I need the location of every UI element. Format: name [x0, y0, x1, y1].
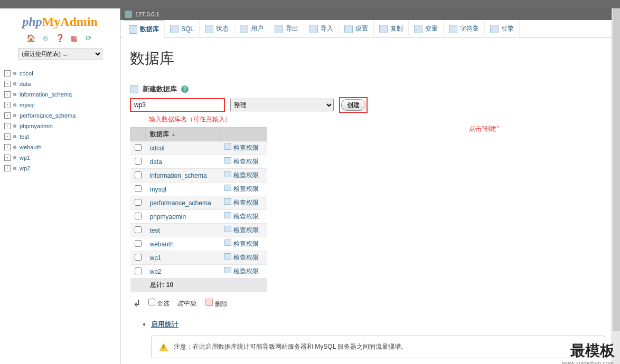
row-checkbox[interactable]: [135, 213, 142, 219]
logo[interactable]: phpMyAdmin: [0, 15, 120, 29]
table-row: webauth检查权限: [130, 237, 267, 251]
row-checkbox[interactable]: [135, 158, 142, 165]
tab-用户[interactable]: 用户: [234, 20, 269, 38]
db-link[interactable]: mysql: [146, 183, 220, 196]
row-checkbox[interactable]: [135, 199, 142, 206]
delete-button[interactable]: 删除: [205, 299, 228, 309]
tab-icon: [275, 25, 283, 33]
tab-设置[interactable]: 设置: [339, 20, 374, 38]
home-icon-row: 🏠 ⎋ ❓ ▦ ⟳: [0, 33, 120, 43]
tree-db-test[interactable]: +test: [4, 131, 120, 142]
check-all[interactable]: 全选: [148, 299, 170, 308]
tree-db-webauth[interactable]: +webauth: [4, 142, 120, 152]
tab-icon: [129, 25, 137, 34]
expand-icon[interactable]: +: [4, 70, 11, 76]
arrow-up-icon: ↳: [133, 298, 141, 309]
expand-icon[interactable]: +: [4, 91, 11, 98]
expand-icon[interactable]: +: [4, 144, 11, 150]
tab-SQL[interactable]: SQL: [165, 20, 200, 38]
db-add-icon: [130, 85, 138, 93]
sql-icon[interactable]: ▦: [70, 33, 79, 43]
check-all-checkbox[interactable]: [148, 299, 155, 305]
db-link[interactable]: webauth: [146, 237, 220, 251]
expand-icon[interactable]: +: [4, 81, 11, 87]
db-link[interactable]: wp2: [146, 265, 220, 279]
docs-icon[interactable]: ❓: [55, 33, 65, 43]
db-icon: [13, 124, 16, 128]
expand-icon[interactable]: +: [4, 133, 11, 140]
priv-icon: [224, 240, 231, 246]
tab-复制[interactable]: 复制: [374, 20, 409, 38]
priv-icon: [224, 185, 231, 191]
logout-icon[interactable]: ⎋: [41, 33, 50, 43]
tree-db-cdcol[interactable]: +cdcol: [4, 68, 120, 79]
vertical-scrollbar[interactable]: [612, 8, 620, 364]
row-checkbox[interactable]: [135, 240, 142, 247]
db-link[interactable]: cdcol: [146, 141, 220, 155]
check-priv-link[interactable]: 检查权限: [220, 169, 267, 183]
tree-db-wp1[interactable]: +wp1: [4, 152, 120, 163]
db-link[interactable]: phpmyadmin: [146, 210, 220, 224]
reload-icon[interactable]: ⟳: [84, 33, 93, 43]
row-checkbox[interactable]: [135, 144, 142, 151]
tab-icon: [240, 25, 248, 33]
tree-db-wp2[interactable]: +wp2: [4, 163, 120, 174]
create-db-label: 新建数据库: [143, 84, 177, 94]
expand-icon[interactable]: +: [4, 165, 11, 171]
tab-字符集[interactable]: 字符集: [444, 20, 485, 38]
tree-db-information_schema[interactable]: +information_schema: [4, 89, 120, 100]
check-priv-link[interactable]: 检查权限: [220, 210, 267, 224]
expand-icon[interactable]: +: [4, 123, 11, 129]
expand-icon[interactable]: +: [4, 155, 11, 161]
col-database[interactable]: 数据库: [150, 130, 169, 138]
tab-导出[interactable]: 导出: [269, 20, 304, 38]
db-link[interactable]: data: [146, 155, 220, 169]
help-icon[interactable]: ?: [181, 85, 189, 93]
db-link[interactable]: information_schema: [146, 169, 220, 183]
check-priv-link[interactable]: 检查权限: [220, 224, 267, 237]
tree-db-performance_schema[interactable]: +performance_schema: [4, 110, 120, 121]
check-priv-link[interactable]: 检查权限: [220, 141, 267, 155]
recent-tables-select[interactable]: (最近使用的表) ...: [18, 48, 102, 60]
row-checkbox[interactable]: [135, 254, 142, 261]
check-priv-link[interactable]: 检查权限: [220, 196, 267, 210]
row-checkbox[interactable]: [135, 185, 142, 192]
check-priv-link[interactable]: 检查权限: [220, 251, 267, 265]
tab-引擎[interactable]: 引擎: [485, 20, 520, 38]
priv-icon: [224, 212, 231, 218]
row-checkbox[interactable]: [135, 226, 142, 233]
check-priv-link[interactable]: 检查权限: [220, 155, 267, 169]
tab-数据库[interactable]: 数据库: [124, 20, 165, 38]
tab-变量[interactable]: 变量: [409, 20, 444, 38]
tree-db-mysql[interactable]: +mysql: [4, 100, 120, 110]
priv-icon: [224, 198, 231, 205]
tree-db-phpmyadmin[interactable]: +phpmyadmin: [4, 121, 120, 131]
priv-icon: [224, 143, 231, 150]
db-link[interactable]: test: [146, 224, 220, 237]
warning-icon: [159, 343, 168, 351]
tab-导入[interactable]: 导入: [304, 20, 339, 38]
server-name[interactable]: 127.0.0.1: [135, 8, 159, 20]
check-priv-link[interactable]: 检查权限: [220, 183, 267, 196]
create-button[interactable]: 创建: [341, 99, 365, 111]
collation-select[interactable]: 整理: [230, 99, 334, 111]
home-icon[interactable]: 🏠: [26, 33, 36, 43]
sort-asc-icon[interactable]: ▲: [171, 132, 176, 137]
priv-icon: [224, 157, 231, 164]
tree-db-data[interactable]: +data: [4, 79, 120, 89]
expand-icon[interactable]: +: [4, 102, 11, 108]
db-link[interactable]: performance_schema: [146, 196, 220, 210]
table-row: cdcol检查权限: [130, 141, 267, 155]
check-priv-link[interactable]: 检查权限: [220, 265, 267, 279]
expand-icon[interactable]: +: [4, 112, 11, 119]
db-link[interactable]: wp1: [146, 251, 220, 265]
priv-icon: [224, 226, 231, 232]
check-priv-link[interactable]: 检查权限: [220, 237, 267, 251]
db-icon: [13, 103, 16, 107]
row-checkbox[interactable]: [135, 171, 142, 178]
database-table: 数据库▲ cdcol检查权限data检查权限information_schema…: [130, 127, 267, 292]
enable-stats-link[interactable]: 启用统计: [151, 320, 179, 328]
db-name-input[interactable]: [130, 98, 225, 112]
tab-状态[interactable]: 状态: [200, 20, 234, 38]
row-checkbox[interactable]: [135, 267, 142, 274]
